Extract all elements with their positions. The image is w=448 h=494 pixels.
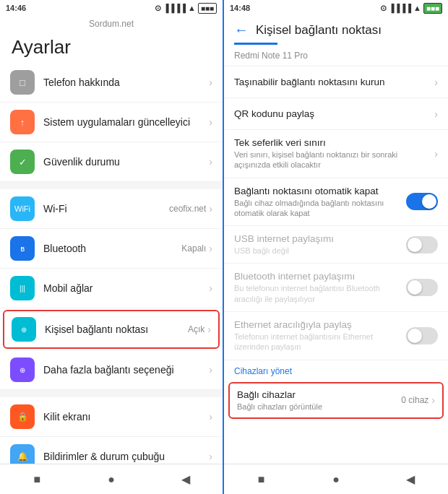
right-nav-square[interactable]: ■ <box>249 467 275 493</box>
tek-label: Tek seferlik veri sınırı <box>234 137 434 148</box>
page-title: Ayarlar <box>0 30 223 63</box>
right-nav-circle[interactable]: ● <box>323 467 349 493</box>
signal-icon: ▐▐▐▐ <box>163 4 186 12</box>
bildirim-icon: 🔔 <box>10 444 35 464</box>
right-status-bar: 14:48 ⊙ ▐▐▐▐ ▲ ■■■ <box>224 0 448 16</box>
wifi-status-icon: ▲ <box>188 4 196 12</box>
bagli-label: Bağlı cihazlar <box>237 389 401 400</box>
wifi-label: Wi-Fi <box>43 203 169 214</box>
sidebar-item-kisisel[interactable]: ⊕ Kişisel bağlantı noktası Açık › <box>3 310 220 349</box>
wifi-chevron: › <box>209 203 212 214</box>
tasimabir-label: Taşınabilir bağlantı noktasını kurun <box>234 77 434 87</box>
guvenlik-icon: ✓ <box>10 150 35 174</box>
sidebar-item-kilit[interactable]: 🔒 Kilit ekranı › <box>0 397 223 437</box>
right-screen-icon: ⊙ <box>380 4 387 13</box>
right-panel: 14:48 ⊙ ▐▐▐▐ ▲ ■■■ ← Kişisel bağlantı no… <box>224 0 448 494</box>
right-time: 14:48 <box>230 4 250 12</box>
right-item-bagli-cihazlar[interactable]: Bağlı cihazlar Bağlı cihazları görüntüle… <box>228 382 444 419</box>
qr-label: QR kodunu paylaş <box>234 108 434 119</box>
sidebar-item-mobil[interactable]: ||| Mobil ağlar › <box>0 269 223 308</box>
kisisel-label: Kişisel bağlantı noktası <box>45 324 188 335</box>
left-status-bar: 14:46 ⊙ ▐▐▐▐ ▲ ■■■ <box>0 0 223 16</box>
right-wifi-icon: ▲ <box>413 4 421 12</box>
right-nav-back[interactable]: ◀ <box>397 467 423 493</box>
bluetooth-chevron: › <box>209 243 212 254</box>
right-header: ← Kişisel bağlantı noktası <box>224 16 448 43</box>
right-item-tasimabir[interactable]: Taşınabilir bağlantı noktasını kurun › <box>224 66 448 98</box>
tek-sub: Veri sınırı, kişisel bağlantı noktanızı … <box>234 150 434 170</box>
daha-chevron: › <box>209 364 212 376</box>
bagli-value: 0 cihaz <box>401 395 428 405</box>
kilit-chevron: › <box>209 411 212 422</box>
left-nav-back[interactable]: ◀ <box>173 467 199 493</box>
bildirim-chevron: › <box>209 451 212 462</box>
right-bottom-nav: ■ ● ◀ <box>224 464 448 494</box>
right-content: Redmi Note 11 Pro Taşınabilir bağlantı n… <box>224 45 448 464</box>
section-cihazlar: Cihazları yönet <box>224 360 448 379</box>
wifi-value: ceofix.net <box>169 204 206 214</box>
right-page-title: Kişisel bağlantı noktası <box>256 23 382 38</box>
sidebar-item-telefon[interactable]: □ Telefon hakkında › <box>0 63 223 103</box>
auto-close-sub: Bağlı cihaz olmadığında bağlantı noktası… <box>234 198 400 219</box>
ethernet-sub: Telefonun internet bağlantısını Ethernet… <box>234 332 400 352</box>
tek-chevron: › <box>434 148 438 160</box>
sidebar-item-daha[interactable]: ⊕ Daha fazla bağlantı seçeneği › <box>0 350 223 390</box>
bt-paylas-label: Bluetooth internet paylaşımı <box>234 271 400 282</box>
bagli-sub: Bağlı cihazları görüntüle <box>237 402 401 412</box>
auto-close-label: Bağlantı noktasını otomatik kapat <box>234 186 400 196</box>
left-nav-circle[interactable]: ● <box>98 467 124 493</box>
telefon-chevron: › <box>209 77 212 88</box>
usb-label: USB internet paylaşımı <box>234 233 400 244</box>
usb-toggle <box>406 236 438 254</box>
left-bottom-nav: ■ ● ◀ <box>0 464 223 494</box>
guvenlik-chevron: › <box>209 156 212 168</box>
sistem-label: Sistem uygulamaları güncelleyici <box>43 116 209 128</box>
sidebar-item-sistem[interactable]: ↑ Sistem uygulamaları güncelleyici › <box>0 103 223 142</box>
right-item-qr[interactable]: QR kodunu paylaş › <box>224 98 448 130</box>
left-time: 14:46 <box>6 4 26 12</box>
bt-paylas-toggle <box>406 279 438 296</box>
ethernet-toggle <box>406 327 438 344</box>
sidebar-item-bluetooth[interactable]: ʙ Bluetooth Kapalı › <box>0 229 223 269</box>
bluetooth-label: Bluetooth <box>43 243 181 254</box>
qr-chevron: › <box>434 108 438 120</box>
kisisel-chevron: › <box>207 324 211 335</box>
usb-sub: USB bağlı değil <box>234 246 400 256</box>
sidebar-item-bildirim[interactable]: 🔔 Bildirimler & durum çubuğu › <box>0 437 223 464</box>
kisisel-value: Açık <box>188 324 204 334</box>
right-item-bt-paylas: Bluetooth internet paylaşımı Bu telefonu… <box>224 264 448 312</box>
redmi-label: Redmi Note 11 Pro <box>234 51 438 61</box>
auto-close-toggle[interactable] <box>406 193 438 210</box>
daha-icon: ⊕ <box>10 358 35 382</box>
bildirim-label: Bildirimler & durum çubuğu <box>43 451 209 462</box>
left-nav-square[interactable]: ■ <box>24 467 50 493</box>
mobil-chevron: › <box>209 282 212 294</box>
ethernet-label: Ethernet aracılığıyla paylaş <box>234 319 400 330</box>
bluetooth-icon: ʙ <box>10 236 35 261</box>
kilit-icon: 🔒 <box>10 404 35 429</box>
kisisel-icon: ⊕ <box>12 317 36 342</box>
battery-icon: ■■■ <box>198 3 217 14</box>
settings-list: □ Telefon hakkında › ↑ Sistem uygulamala… <box>0 63 223 464</box>
guvenlik-label: Güvenlik durumu <box>43 156 209 168</box>
right-item-auto-close[interactable]: Bağlantı noktasını otomatik kapat Bağlı … <box>224 178 448 227</box>
right-status-icons: ⊙ ▐▐▐▐ ▲ ■■■ <box>380 3 442 14</box>
right-battery-icon: ■■■ <box>423 3 442 14</box>
bt-paylas-sub: Bu telefonun internet bağlantısı Bluetoo… <box>234 283 400 304</box>
screen-record-icon: ⊙ <box>155 4 161 13</box>
right-item-ethernet: Ethernet aracılığıyla paylaş Telefonun i… <box>224 312 448 360</box>
kilit-label: Kilit ekranı <box>43 411 209 422</box>
sistem-chevron: › <box>209 116 212 128</box>
sidebar-item-wifi[interactable]: WiFi Wi-Fi ceofix.net › <box>0 189 223 229</box>
bluetooth-value: Kapalı <box>181 243 206 254</box>
daha-label: Daha fazla bağlantı seçeneği <box>43 364 209 376</box>
back-button[interactable]: ← <box>234 22 249 38</box>
telefon-icon: □ <box>10 70 35 95</box>
tasimabir-chevron: › <box>434 77 438 88</box>
right-item-redmi: Redmi Note 11 Pro <box>224 45 448 66</box>
sidebar-item-guvenlik[interactable]: ✓ Güvenlik durumu › <box>0 142 223 182</box>
telefon-label: Telefon hakkında <box>43 77 209 88</box>
right-item-tek[interactable]: Tek seferlik veri sınırı Veri sınırı, ki… <box>224 130 448 178</box>
wifi-icon: WiFi <box>10 196 35 221</box>
section-divider-1 <box>0 182 223 189</box>
